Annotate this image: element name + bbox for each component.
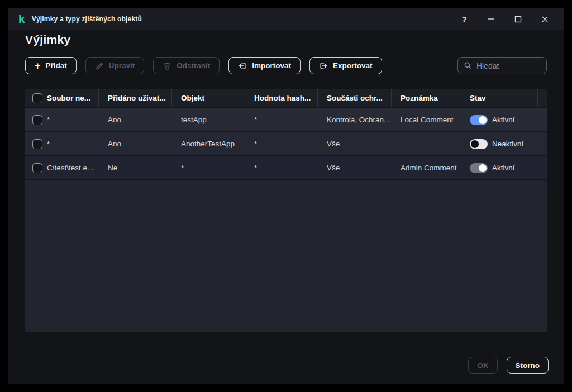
delete-button-label: Odstranit <box>177 61 210 70</box>
status-label: Neaktivní <box>492 140 523 148</box>
column-header-filler <box>538 89 547 107</box>
status-toggle[interactable] <box>470 139 488 149</box>
cell-soubor: * <box>47 140 50 148</box>
column-header-objekt: Objekt <box>172 89 245 107</box>
page-title: Výjimky <box>25 33 71 46</box>
table-row[interactable]: C\test\test.e... Ne * * Vše Admin Commen… <box>25 156 547 179</box>
cell-poznamka <box>392 132 464 155</box>
status-label: Aktivní <box>492 164 515 172</box>
column-header-poznamka: Poznámka <box>392 89 464 107</box>
maximize-icon <box>514 16 522 23</box>
row-checkbox[interactable] <box>32 139 42 149</box>
search-icon <box>464 61 472 70</box>
status-label: Aktivní <box>492 116 515 124</box>
export-icon <box>319 61 328 70</box>
title-bar: k Výjimky a typy zjištěných objektů ? <box>8 8 564 30</box>
cell-pridano: Ne <box>99 156 172 179</box>
cell-pridano: Ano <box>99 108 172 131</box>
cell-objekt: * <box>172 156 245 179</box>
column-header-pridano: Přidáno uživat... <box>99 89 172 107</box>
cell-pridano: Ano <box>99 132 172 155</box>
footer-divider <box>8 348 564 348</box>
table-header: Soubor ne... Přidáno uživat... Objekt Ho… <box>25 89 547 107</box>
column-header-soubor: Soubor ne... <box>47 94 90 102</box>
status-toggle[interactable] <box>470 115 488 125</box>
help-icon: ? <box>461 15 466 24</box>
column-header-hodnota: Hodnota hash... <box>245 89 318 107</box>
kaspersky-logo-icon: k <box>18 14 25 24</box>
table-empty-area <box>25 180 547 332</box>
app-window: k Výjimky a typy zjištěných objektů ? Vý… <box>8 8 564 384</box>
import-button[interactable]: Importovat <box>228 57 301 74</box>
cell-soubor: C\test\test.e... <box>47 164 93 172</box>
search-box <box>457 57 547 74</box>
help-button[interactable]: ? <box>451 8 478 30</box>
row-checkbox[interactable] <box>32 163 42 173</box>
cell-objekt: AnotherTestApp <box>172 132 245 155</box>
edit-button-label: Upravit <box>109 61 135 70</box>
cell-hodnota: * <box>245 156 318 179</box>
window-title: Výjimky a typy zjištěných objektů <box>32 15 142 23</box>
cell-soucasti: Vše <box>318 132 392 155</box>
trash-icon <box>163 61 171 70</box>
edit-button[interactable]: Upravit <box>85 57 145 74</box>
window-controls: ? <box>451 8 558 30</box>
pencil-icon <box>95 61 104 70</box>
minimize-button[interactable] <box>478 8 504 30</box>
toggle-knob <box>479 116 487 124</box>
table-row[interactable]: * Ano testApp * Kontrola, Ochran... Loca… <box>25 108 547 131</box>
footer: OK Storno <box>468 357 549 374</box>
toolbar: + Přidat Upravit Odstranit Importovat <box>25 57 382 74</box>
cancel-button[interactable]: Storno <box>507 357 549 374</box>
minimize-icon <box>488 16 494 22</box>
add-button-label: Přidat <box>46 61 67 70</box>
select-all-checkbox[interactable] <box>32 93 42 103</box>
import-icon <box>238 61 247 70</box>
cell-hodnota: * <box>245 132 318 155</box>
search-input[interactable] <box>476 61 541 70</box>
cell-hodnota: * <box>245 108 318 131</box>
cell-poznamka: Local Comment <box>392 108 464 131</box>
column-header-stav: Stav <box>464 89 538 107</box>
cell-soubor: * <box>47 116 50 124</box>
close-button[interactable] <box>531 8 558 30</box>
cell-soucasti: Vše <box>318 156 392 179</box>
row-checkbox[interactable] <box>32 115 42 125</box>
maximize-button[interactable] <box>504 8 531 30</box>
exceptions-table: Soubor ne... Přidáno uživat... Objekt Ho… <box>25 89 547 332</box>
import-button-label: Importovat <box>252 61 291 70</box>
close-icon <box>541 16 549 23</box>
column-header-soucasti: Součásti ochr... <box>318 89 392 107</box>
table-row[interactable]: * Ano AnotherTestApp * Vše Neaktivní <box>25 132 547 155</box>
toggle-knob <box>479 164 487 172</box>
add-button[interactable]: + Přidat <box>25 57 77 74</box>
export-button[interactable]: Exportovat <box>309 57 382 74</box>
cell-objekt: testApp <box>172 108 245 131</box>
delete-button[interactable]: Odstranit <box>153 57 220 74</box>
cell-poznamka: Admin Comment <box>392 156 464 179</box>
export-button-label: Exportovat <box>333 61 373 70</box>
cell-soucasti: Kontrola, Ochran... <box>318 108 392 131</box>
toggle-knob <box>471 140 479 148</box>
plus-icon: + <box>35 62 41 70</box>
status-toggle[interactable] <box>470 163 488 173</box>
ok-button[interactable]: OK <box>468 357 497 374</box>
